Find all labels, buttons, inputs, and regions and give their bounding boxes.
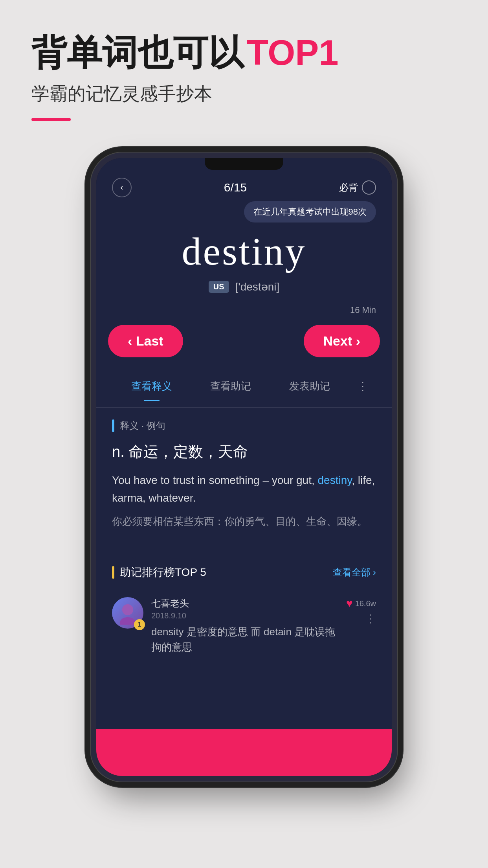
svg-point-0 xyxy=(122,604,133,615)
tab-mnemonic[interactable]: 查看助记 xyxy=(191,373,270,399)
top-section: 背单词也可以 TOP1 学霸的记忆灵感手抄本 xyxy=(0,0,488,137)
phone-notch xyxy=(205,158,283,170)
section-bar-blue xyxy=(112,419,114,432)
mnemonic-item: 1 七喜老头 2018.9.10 density 是密度的意思 而 detain… xyxy=(112,589,376,663)
example-chinese: 你必须要相信某些东西：你的勇气、目的、生命、因缘。 xyxy=(112,513,376,530)
content-section: 释义 · 例句 n. 命运，定数，天命 You have to trust in… xyxy=(96,408,392,557)
volume-down-button xyxy=(91,292,95,323)
like-count: 16.6w xyxy=(355,599,376,608)
more-options-icon[interactable]: ⋮ xyxy=(365,612,376,625)
definition-label-text: 释义 · 例句 xyxy=(120,419,165,432)
us-badge: US xyxy=(209,281,229,293)
word-nav-buttons: 16 Min ‹ Last Next › xyxy=(96,317,392,365)
avatar-wrap: 1 xyxy=(112,597,143,629)
example-english: You have to trust in something – your gu… xyxy=(112,472,376,507)
definition-text: n. 命运，定数，天命 xyxy=(112,441,376,462)
word-text: destiny xyxy=(112,229,376,274)
power-button xyxy=(393,237,397,268)
heart-icon: ♥ xyxy=(346,597,353,610)
rank-badge: 1 xyxy=(134,619,145,630)
subtitle: 学霸的记忆灵感手抄本 xyxy=(31,82,457,106)
pronunciation: US ['destəni] xyxy=(112,280,376,293)
memorize-circle-icon xyxy=(362,180,376,195)
must-memorize-toggle[interactable]: 必背 xyxy=(339,180,376,195)
mnemonic-section: 助记排行榜TOP 5 查看全部 › xyxy=(96,557,392,663)
phonetic: ['destəni] xyxy=(235,280,280,293)
mnemonic-content: 七喜老头 2018.9.10 density 是密度的意思 而 detain 是… xyxy=(151,597,338,655)
volume-up-button xyxy=(91,252,95,284)
mute-button xyxy=(91,221,95,241)
time-label: 16 Min xyxy=(350,305,376,315)
pink-band xyxy=(96,729,392,776)
back-button[interactable]: ‹ xyxy=(112,178,132,197)
tab-post-mnemonic[interactable]: 发表助记 xyxy=(270,373,349,399)
tab-definition[interactable]: 查看释义 xyxy=(112,373,191,399)
like-button[interactable]: ♥ 16.6w xyxy=(346,597,376,610)
title-part1: 背单词也可以 xyxy=(31,31,244,74)
progress-text: 6/15 xyxy=(224,181,247,194)
definition-section-label: 释义 · 例句 xyxy=(112,419,376,432)
chevron-right-icon: › xyxy=(373,567,376,578)
tooltip: 在近几年真题考试中出现98次 xyxy=(244,201,376,223)
mnemonic-title-wrap: 助记排行榜TOP 5 xyxy=(112,565,206,580)
back-icon: ‹ xyxy=(120,182,123,193)
svg-point-1 xyxy=(120,617,136,625)
last-button[interactable]: ‹ Last xyxy=(108,325,183,357)
next-button[interactable]: Next › xyxy=(304,325,380,357)
phone-wrapper: ‹ 6/15 必背 在近几年真题考试中出现98次 destiny US ['de… xyxy=(0,153,488,782)
main-title: 背单词也可以 TOP1 xyxy=(31,31,457,74)
mnemonic-date: 2018.9.10 xyxy=(151,611,338,620)
title-highlight: TOP1 xyxy=(247,31,338,74)
must-memorize-label: 必背 xyxy=(339,181,358,194)
example-highlight-word: destiny xyxy=(318,474,352,486)
tab-more-button[interactable]: ⋮ xyxy=(349,373,376,399)
view-all-button[interactable]: 查看全部 › xyxy=(333,566,376,579)
mnemonic-text: density 是密度的意思 而 detain 是耽误拖拘的意思 xyxy=(151,624,338,655)
title-underline xyxy=(31,118,71,121)
mnemonic-author: 七喜老头 xyxy=(151,597,338,610)
mnemonic-header: 助记排行榜TOP 5 查看全部 › xyxy=(112,565,376,580)
mnemonic-title: 助记排行榜TOP 5 xyxy=(120,565,206,580)
mnemonic-bar-yellow xyxy=(112,566,114,579)
phone-screen: ‹ 6/15 必背 在近几年真题考试中出现98次 destiny US ['de… xyxy=(96,158,392,776)
tab-nav: 查看释义 查看助记 发表助记 ⋮ xyxy=(96,365,392,408)
phone-outer: ‹ 6/15 必背 在近几年真题考试中出现98次 destiny US ['de… xyxy=(91,153,397,782)
mnemonic-actions: ♥ 16.6w ⋮ xyxy=(346,597,376,625)
